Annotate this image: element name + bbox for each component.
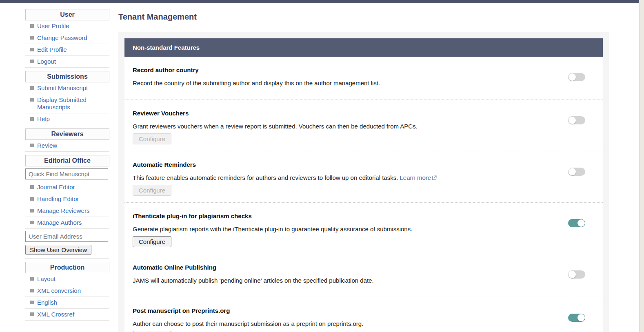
square-bullet-icon	[30, 48, 34, 51]
sidebar-header-submissions: Submissions	[25, 71, 109, 82]
sidebar-item-logout[interactable]: Logout	[25, 56, 109, 68]
sidebar-item-label[interactable]: Handling Editor	[37, 195, 79, 203]
sidebar-header-production: Production	[25, 262, 109, 273]
square-bullet-icon	[30, 24, 34, 28]
sidebar-item-xml-crossref[interactable]: XML Crossref	[25, 309, 109, 321]
feature-description: Grant reviewers vouchers when a review r…	[133, 122, 550, 131]
main-content: Tenant Management Non-standard Features …	[118, 9, 609, 332]
sidebar-item-manage-reviewers[interactable]: Manage Reviewers	[25, 205, 109, 217]
sidebar-item-label[interactable]: Journal Editor	[37, 184, 75, 191]
feature-toggle[interactable]	[568, 314, 585, 322]
sidebar-item-edit-profile[interactable]: Edit Profile	[25, 44, 109, 56]
sidebar-item-layout[interactable]: Layout	[25, 273, 109, 285]
quick-find-manuscript-input[interactable]	[25, 168, 108, 179]
learn-more-label: Learn more	[400, 174, 431, 181]
sidebar-item-submit-manuscript[interactable]: Submit Manuscript	[25, 82, 109, 94]
sidebar-item-label[interactable]: Review	[37, 142, 57, 149]
toggle-knob-icon	[568, 168, 576, 175]
sidebar-item-label[interactable]: Manage Authors	[37, 219, 82, 226]
feature-toggle[interactable]	[568, 168, 585, 176]
square-bullet-icon	[30, 277, 34, 281]
feature-description: Record the country of the submitting aut…	[133, 79, 550, 87]
sidebar-item-xml-conversion[interactable]: XML conversion	[25, 285, 109, 297]
sidebar-item-label[interactable]: Logout	[37, 58, 56, 65]
toggle-knob-icon	[568, 271, 576, 278]
sidebar-item-english[interactable]: English	[25, 297, 109, 309]
show-user-overview-button[interactable]: Show User Overview	[25, 245, 91, 255]
sidebar-item-display-submitted-manuscripts[interactable]: Display Submitted Manuscripts	[25, 94, 109, 113]
sidebar-list: Review	[25, 140, 109, 152]
feature-description: JAMS will automatically publish ‘pending…	[133, 277, 550, 285]
sidebar-header-user: User	[25, 9, 109, 20]
configure-button[interactable]: Configure	[133, 236, 171, 247]
sidebar-item-label[interactable]: Manage Reviewers	[37, 207, 89, 215]
sidebar-item-label[interactable]: Display Submitted Manuscripts	[37, 96, 106, 111]
sidebar-item-label[interactable]: Help	[37, 115, 50, 123]
sidebar-header-reviewers: Reviewers	[25, 128, 109, 140]
page-layout: User User Profile Change Password Edit P…	[0, 3, 644, 332]
sidebar: User User Profile Change Password Edit P…	[25, 9, 109, 332]
square-bullet-icon	[30, 185, 34, 189]
sidebar-item-label[interactable]: Submit Manuscript	[37, 84, 88, 92]
feature-description: Generate plagiarism reports with the iTh…	[133, 225, 550, 233]
feature-row-reviewer-vouchers: Reviewer Vouchers Grant reviewers vouche…	[124, 100, 603, 151]
external-link-icon	[432, 175, 437, 180]
configure-button[interactable]: Configure	[133, 133, 171, 144]
browser-scrollbar-track[interactable]	[639, 0, 644, 332]
feature-title: Automatic Reminders	[133, 161, 550, 168]
sidebar-item-journal-editor[interactable]: Journal Editor	[25, 181, 109, 193]
sidebar-item-help[interactable]: Help	[25, 113, 109, 125]
feature-toggle[interactable]	[568, 270, 585, 279]
square-bullet-icon	[30, 221, 34, 224]
square-bullet-icon	[30, 98, 34, 102]
toggle-knob-icon	[568, 117, 576, 124]
top-navy-bar	[0, 0, 639, 3]
sidebar-list: Submit Manuscript Display Submitted Manu…	[25, 82, 109, 125]
feature-description: Author can choose to post their manuscri…	[133, 320, 550, 328]
sidebar-section-reviewers: Reviewers Review	[25, 128, 109, 152]
feature-title: Reviewer Vouchers	[133, 110, 550, 117]
square-bullet-icon	[30, 289, 34, 292]
feature-title: Record author country	[133, 66, 550, 73]
feature-title: Post manuscript on Preprints.org	[133, 307, 550, 314]
panel-header: Non-standard Features	[124, 38, 603, 57]
sidebar-item-label[interactable]: XML conversion	[37, 287, 81, 294]
sidebar-item-label[interactable]: Edit Profile	[37, 46, 67, 53]
square-bullet-icon	[30, 36, 34, 40]
features-panel: Non-standard Features Record author coun…	[118, 32, 609, 332]
feature-row-record-author-country: Record author country Record the country…	[124, 57, 603, 100]
sidebar-list: User Profile Change Password Edit Profil…	[25, 20, 109, 68]
square-bullet-icon	[30, 197, 34, 201]
sidebar-item-label[interactable]: User Profile	[37, 22, 69, 30]
feature-row-automatic-reminders: Automatic Reminders This feature enables…	[124, 151, 603, 203]
toggle-knob-icon	[577, 219, 585, 227]
sidebar-item-manage-authors[interactable]: Manage Authors	[25, 217, 109, 229]
sidebar-item-handling-editor[interactable]: Handling Editor	[25, 193, 109, 205]
user-email-address-input[interactable]	[25, 231, 108, 242]
square-bullet-icon	[30, 209, 34, 212]
sidebar-item-change-password[interactable]: Change Password	[25, 32, 109, 44]
sidebar-item-user-profile[interactable]: User Profile	[25, 20, 109, 32]
sidebar-list: Layout XML conversion English XML Crossr…	[25, 273, 109, 321]
sidebar-section-submissions: Submissions Submit Manuscript Display Su…	[25, 71, 109, 125]
square-bullet-icon	[30, 86, 34, 90]
sidebar-item-label[interactable]: English	[37, 299, 57, 306]
sidebar-header-editorial-office: Editorial Office	[25, 155, 109, 166]
sidebar-section-user: User User Profile Change Password Edit P…	[25, 9, 109, 68]
feature-toggle[interactable]	[568, 219, 585, 227]
feature-toggle[interactable]	[568, 116, 585, 124]
sidebar-item-label[interactable]: XML Crossref	[37, 311, 74, 318]
feature-title: Automatic Online Publishing	[133, 264, 550, 271]
feature-row-automatic-online-publishing: Automatic Online Publishing JAMS will au…	[124, 254, 603, 297]
toggle-knob-icon	[577, 314, 585, 321]
configure-button[interactable]: Configure	[133, 185, 171, 196]
sidebar-list: Journal Editor Handling Editor Manage Re…	[25, 181, 109, 229]
square-bullet-icon	[30, 117, 34, 121]
sidebar-item-label[interactable]: Layout	[37, 275, 56, 283]
sidebar-item-review[interactable]: Review	[25, 140, 109, 152]
divider	[25, 258, 109, 259]
sidebar-item-label[interactable]: Change Password	[37, 34, 87, 42]
learn-more-link[interactable]: Learn more	[400, 174, 437, 181]
feature-row-post-manuscript-preprints: Post manuscript on Preprints.org Author …	[124, 297, 603, 332]
feature-toggle[interactable]	[568, 73, 585, 81]
